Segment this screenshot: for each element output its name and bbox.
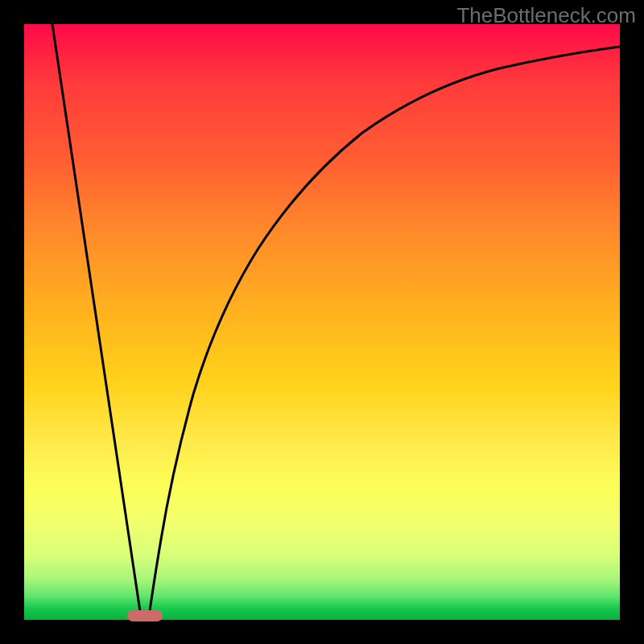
bottleneck-marker xyxy=(127,610,163,621)
watermark-text: TheBottleneck.com xyxy=(456,3,636,28)
right-curve xyxy=(149,47,620,617)
curve-layer xyxy=(24,24,620,620)
left-line xyxy=(52,24,141,617)
plot-area xyxy=(24,24,620,620)
chart-frame: TheBottleneck.com xyxy=(0,0,644,644)
